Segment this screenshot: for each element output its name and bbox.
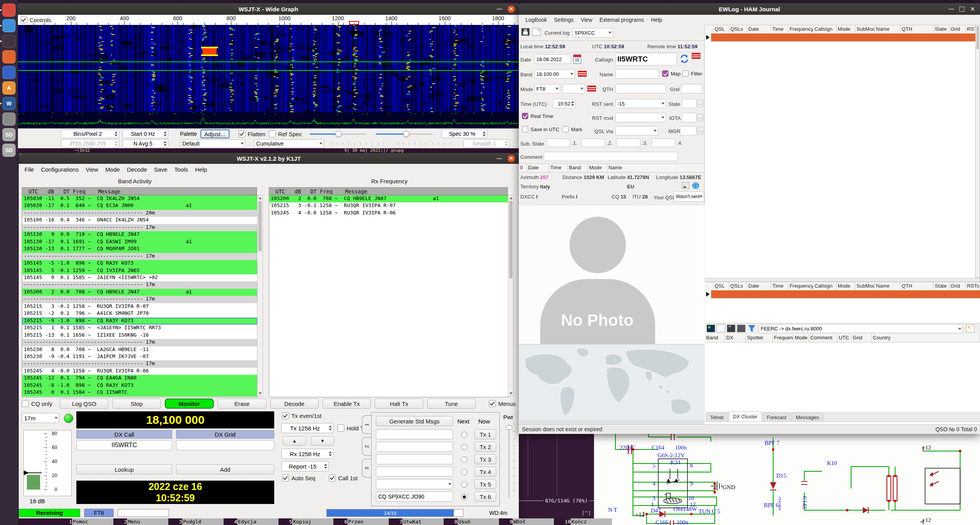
stop-button[interactable]: Stop: [112, 399, 160, 409]
menu-save[interactable]: Save: [150, 165, 171, 174]
column-header-submode[interactable]: SubMode: [855, 25, 875, 33]
column-header-0[interactable]: 0: [519, 164, 527, 172]
rx-freq-spinner[interactable]: Rx 1258 Hz: [281, 449, 333, 459]
message-tab-2[interactable]: 2: [362, 437, 372, 456]
band-separator-row[interactable]: --------------------------------------- …: [22, 253, 257, 260]
display-mode-dropdown[interactable]: Cumulative: [254, 139, 324, 148]
decode-row[interactable]: 105130 -17 0.1 1691 ~ CQ EA5WI IM99a1: [22, 239, 257, 246]
time-spinner[interactable]: 10:52: [552, 99, 576, 108]
band-separator-row[interactable]: --------------------------------------- …: [22, 210, 257, 217]
decode-button[interactable]: Decode: [270, 399, 319, 409]
menu-help[interactable]: Help: [647, 16, 666, 24]
fkey-2[interactable]: 2Menu: [124, 518, 168, 525]
controls-checkbox[interactable]: Controls: [20, 16, 51, 23]
lookup-button[interactable]: Lookup: [76, 464, 172, 474]
submode-dropdown[interactable]: [562, 84, 585, 93]
telnet-connect-icon[interactable]: [707, 325, 715, 332]
current-log-dropdown[interactable]: SP9XCC: [573, 28, 613, 37]
ewlog-window[interactable]: EWLog - HAM Journal — ✕ LogBookSettingsV…: [519, 3, 980, 434]
decode-row[interactable]: 105030 -11 0.5 352 ~ CQ IK4LZH JN54: [22, 195, 257, 202]
dock-icon-app-a[interactable]: A: [2, 81, 16, 95]
tx-next-radio-1[interactable]: [461, 432, 467, 438]
new-session-icon[interactable]: [717, 325, 725, 332]
tab-forecast[interactable]: Forecast: [763, 413, 791, 421]
menu-settings[interactable]: Settings: [550, 16, 577, 24]
tx-5-button[interactable]: Tx 5: [474, 479, 496, 489]
smooth-spinner[interactable]: Smooth 1: [464, 139, 509, 148]
decode-row[interactable]: 105215 3 -0.1 1258 ~ RU3QR IV3IPA R-07: [22, 303, 257, 310]
qth-input[interactable]: [615, 84, 666, 93]
column-header-qth[interactable]: QTH: [901, 25, 934, 33]
column-header-frequency[interactable]: Frequency: [788, 25, 813, 33]
tab-telnet[interactable]: Telnet: [706, 413, 728, 421]
column-header-state[interactable]: State: [934, 282, 949, 290]
tx-message-field-2[interactable]: [376, 442, 453, 452]
jt65-range-spinner[interactable]: JT65 2500 JT9: [61, 139, 119, 148]
column-header-mode[interactable]: Mode: [793, 334, 809, 342]
column-header-name[interactable]: Name: [607, 164, 705, 172]
cq-only-checkbox[interactable]: CQ only: [22, 400, 56, 407]
console-icon[interactable]: [737, 325, 746, 332]
sub-state-input-4[interactable]: [651, 139, 675, 147]
column-header-mode[interactable]: Mode: [837, 282, 855, 290]
column-header-name[interactable]: Name: [875, 25, 901, 33]
log-table-header[interactable]: QSLQSLsDateTimeFrequencyCallsignModeSubM…: [705, 25, 980, 34]
fkey-6[interactable]: 6Przen: [344, 518, 389, 525]
decode-row[interactable]: 105245 0 0.1 1584 ~ CQ II5WRTC: [22, 389, 257, 396]
column-header-date[interactable]: Date: [527, 164, 549, 172]
band-selector[interactable]: 17m: [22, 413, 59, 423]
menu-decode[interactable]: Decode: [123, 165, 151, 174]
column-header-time[interactable]: Time: [771, 25, 788, 33]
globe-icon[interactable]: [692, 182, 700, 190]
log-table-row[interactable]: [705, 33, 980, 42]
spectrum-display[interactable]: [18, 112, 519, 128]
world-map[interactable]: [519, 344, 705, 424]
enable-tx-button[interactable]: Enable Tx: [323, 399, 371, 409]
tx-next-radio-6[interactable]: [461, 494, 467, 500]
call-1st-checkbox[interactable]: Call 1st: [329, 474, 358, 481]
message-tab-3[interactable]: 3: [362, 459, 372, 478]
column-header-grid[interactable]: Grid: [851, 334, 872, 342]
filter-checkbox[interactable]: Filter: [682, 70, 702, 77]
save-in-utc-checkbox[interactable]: Save in UTC: [522, 126, 559, 132]
tx-next-radio-3[interactable]: [461, 457, 467, 463]
column-header-spotter[interactable]: Spotter: [746, 334, 773, 342]
grid-input[interactable]: [681, 84, 703, 93]
dock-icon-editor[interactable]: [2, 112, 16, 126]
band-separator-row[interactable]: --------------------------------------- …: [22, 281, 257, 288]
column-header-band[interactable]: Band: [568, 164, 588, 172]
close-icon[interactable]: ✕: [969, 5, 976, 12]
column-header-comment[interactable]: Comment: [809, 334, 837, 342]
decode-row[interactable]: 105130 9 0.0 710 ~ CQ HB9ELE JN47: [22, 231, 257, 238]
tx-even-checkbox[interactable]: Tx even/1st: [282, 412, 322, 419]
tx-message-field-5[interactable]: [376, 479, 453, 489]
column-header-dx[interactable]: DX: [725, 334, 746, 342]
mark-checkbox[interactable]: Mark: [562, 126, 582, 132]
menu-mode[interactable]: Mode: [102, 165, 123, 174]
erase-button[interactable]: Erase: [218, 399, 266, 409]
wide-graph-titlebar[interactable]: WSJT-X - Wide Graph — ✕: [18, 3, 519, 15]
column-header-rsts[interactable]: RSTs: [966, 282, 980, 290]
dock-icon-sd-card-1[interactable]: SD: [2, 128, 16, 141]
band-separator-row[interactable]: --------------------------------------- …: [22, 339, 257, 346]
sub-state-input-2[interactable]: [581, 139, 605, 147]
real-time-checkbox[interactable]: Real Time: [522, 113, 553, 119]
tune-button[interactable]: Tune: [427, 399, 476, 409]
fkey-9[interactable]: 9WDół: [509, 518, 554, 525]
monitor-button[interactable]: Monitor: [165, 399, 214, 409]
column-header-mode[interactable]: Mode: [837, 25, 855, 33]
export-icon[interactable]: ➦: [682, 182, 689, 189]
terminal-icon[interactable]: [727, 325, 735, 332]
minimize-icon[interactable]: —: [496, 155, 503, 162]
generate-messages-button[interactable]: Generate Std Msgs: [376, 416, 453, 426]
ewlog-titlebar[interactable]: EWLog - HAM Journal — ✕: [519, 3, 980, 15]
ref-spec-checkbox[interactable]: Ref Spec: [269, 130, 302, 137]
decode-row[interactable]: 105230 8 0.0 708 ~ LA2GCA HB9ELE -11: [22, 346, 257, 353]
n-avg-spinner[interactable]: N Avg 5: [122, 139, 168, 148]
cluster-table-header[interactable]: BandDXSpotterFrequencyModeCommentUTCGrid…: [705, 334, 980, 342]
tx-1-button[interactable]: Tx 1: [474, 429, 496, 439]
column-header-state[interactable]: State: [934, 25, 949, 33]
tx-3-button[interactable]: Tx 3: [474, 454, 496, 464]
gain-slider-2[interactable]: [375, 130, 434, 138]
mode-status[interactable]: FT8: [84, 509, 114, 517]
